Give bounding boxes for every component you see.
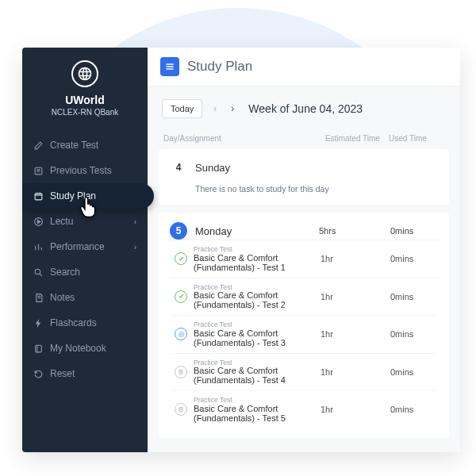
task-type: Practice Test [194,397,314,404]
play-icon [33,217,44,227]
svg-point-6 [180,333,182,335]
chevron-right-icon: › [134,243,136,251]
svg-rect-2 [35,193,42,199]
brand-logo-icon [71,60,98,87]
day-number: 5 [170,222,187,240]
task-title: Basic Care & Comfort (Fundamentals) - Te… [194,366,314,385]
calendar-icon [33,191,44,202]
task-estimated: 1hr [321,329,384,339]
brand-block: UWorld NCLEX-RN QBank [22,48,148,128]
nav-search[interactable]: Search [22,259,148,285]
sidebar-nav: Create Test Previous Tests Study Plan Le… [22,132,148,386]
page-title: Study Plan [187,59,252,75]
task-title: Basic Care & Comfort (Fundamentals) - Te… [194,404,314,423]
svg-rect-5 [36,345,42,352]
day-block-monday: 5 Monday 5hrs 0mins Practice Test Basic … [159,213,449,438]
task-used: 0mins [390,292,438,301]
day-used-time: 0mins [390,226,438,236]
edit-icon [33,140,44,151]
task-type: Practice Test [194,246,314,253]
nav-label: Study Plan [50,190,96,202]
topbar: Study Plan [148,48,460,86]
reset-icon [33,369,44,379]
task-used: 0mins [390,405,438,414]
task-used: 0mins [390,367,438,377]
task-used: 0mins [390,329,438,339]
document-icon [175,366,187,378]
task-row[interactable]: Practice Test Basic Care & Comfort (Fund… [170,315,438,353]
list-icon [33,166,44,176]
day-name: Sunday [195,162,438,174]
calendar-toolbar: Today ‹ › Week of June 04, 2023 [148,86,460,126]
chart-icon [33,242,44,252]
task-used: 0mins [390,254,438,263]
task-row[interactable]: Practice Test Basic Care & Comfort (Fund… [170,390,438,428]
nav-previous-tests[interactable]: Previous Tests [22,158,148,183]
sidebar: UWorld NCLEX-RN QBank Create Test Previo… [22,48,148,452]
note-icon [33,293,44,303]
nav-label: Performance [50,241,105,252]
day-estimated-time: 5hrs [319,226,382,236]
nav-flashcards[interactable]: Flashcards [22,310,148,336]
nav-label: Previous Tests [50,165,112,176]
svg-point-4 [35,269,40,274]
task-row[interactable]: Practice Test Basic Care & Comfort (Fund… [170,278,438,316]
next-week-button[interactable]: › [228,103,237,114]
chevron-right-icon: › [134,217,136,226]
nav-label: My Notebook [50,343,106,354]
nav-performance[interactable]: Performance › [22,234,148,259]
week-label: Week of June 04, 2023 [248,102,363,115]
prev-week-button[interactable]: ‹ [210,103,220,114]
check-icon [175,252,187,265]
day-number: 4 [170,159,187,176]
nav-label: Create Test [50,140,98,151]
task-type: Practice Test [194,321,314,328]
notebook-icon [33,344,44,354]
col-day-header: Day/Assignment [163,134,325,143]
search-icon [33,267,44,278]
task-estimated: 1hr [321,405,384,414]
brand-name: UWorld [29,94,141,106]
column-headers: Day/Assignment Estimated Time Used Time [148,126,460,149]
task-estimated: 1hr [321,367,384,377]
nav-label: Lectu [50,216,73,227]
nav-reset[interactable]: Reset [22,361,148,386]
bolt-icon [33,318,44,328]
check-icon [175,290,187,303]
nav-my-notebook[interactable]: My Notebook [22,336,148,361]
day-block-sunday: 4 Sunday There is no task to study for t… [159,149,449,205]
menu-toggle-button[interactable] [160,57,179,76]
main-panel: Study Plan Today ‹ › Week of June 04, 20… [148,48,460,452]
svg-point-0 [79,68,91,80]
svg-point-7 [178,332,183,336]
task-title: Basic Care & Comfort (Fundamentals) - Te… [194,253,314,272]
task-type: Practice Test [194,284,314,291]
days-list: 4 Sunday There is no task to study for t… [148,149,460,452]
nav-notes[interactable]: Notes [22,285,148,310]
nav-lectures[interactable]: Lectu › [22,209,148,234]
task-row[interactable]: Practice Test Basic Care & Comfort (Fund… [170,240,438,278]
nav-label: Notes [50,292,75,303]
task-estimated: 1hr [321,254,384,263]
no-task-message: There is no task to study for this day [195,184,438,194]
task-type: Practice Test [194,359,314,367]
task-title: Basic Care & Comfort (Fundamentals) - Te… [194,328,314,347]
task-row[interactable]: Practice Test Basic Care & Comfort (Fund… [170,353,438,391]
nav-label: Search [50,267,80,278]
nav-label: Flashcards [50,317,97,328]
task-title: Basic Care & Comfort (Fundamentals) - Te… [194,290,314,309]
nav-study-plan[interactable]: Study Plan [22,183,154,209]
col-est-header: Estimated Time [325,134,389,143]
col-used-header: Used Time [389,134,444,143]
document-icon [175,403,187,416]
task-estimated: 1hr [321,292,384,301]
target-icon [175,328,187,340]
app-window: UWorld NCLEX-RN QBank Create Test Previo… [22,48,460,452]
brand-subtitle: NCLEX-RN QBank [29,108,141,117]
today-button[interactable]: Today [162,99,202,118]
nav-create-test[interactable]: Create Test [22,132,148,158]
nav-label: Reset [50,368,75,379]
day-name: Monday [195,225,311,237]
